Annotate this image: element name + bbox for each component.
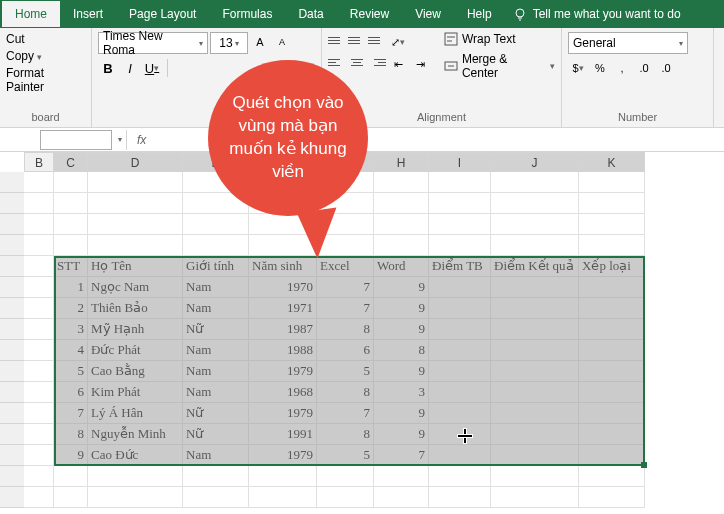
tab-formulas[interactable]: Formulas <box>209 1 285 27</box>
cell[interactable] <box>54 193 88 214</box>
cell[interactable] <box>24 445 54 466</box>
wrap-text-button[interactable]: Wrap Text <box>444 32 555 46</box>
decrease-indent-icon[interactable]: ⇤ <box>388 54 408 74</box>
cell[interactable] <box>54 172 88 193</box>
row-header[interactable] <box>0 340 24 361</box>
align-top-icon[interactable] <box>328 32 346 48</box>
row-header[interactable] <box>0 277 24 298</box>
cell[interactable] <box>491 487 579 508</box>
tell-me-search[interactable]: Tell me what you want to do <box>513 7 681 21</box>
cell[interactable] <box>429 466 491 487</box>
cell[interactable] <box>88 487 183 508</box>
col-header-H[interactable]: H <box>374 152 429 172</box>
name-box[interactable] <box>40 130 112 150</box>
percent-icon[interactable]: % <box>590 58 610 78</box>
cell[interactable] <box>88 172 183 193</box>
cell[interactable] <box>579 487 645 508</box>
row-header[interactable] <box>0 256 24 277</box>
tab-data[interactable]: Data <box>285 1 336 27</box>
cell[interactable] <box>54 235 88 256</box>
cell[interactable] <box>374 466 429 487</box>
cell[interactable] <box>491 235 579 256</box>
row-header[interactable] <box>0 298 24 319</box>
cell[interactable] <box>317 466 374 487</box>
row-header[interactable] <box>0 319 24 340</box>
tab-help[interactable]: Help <box>454 1 505 27</box>
cell[interactable] <box>24 382 54 403</box>
row-header[interactable] <box>0 403 24 424</box>
decrease-font-icon[interactable]: A <box>272 32 292 52</box>
format-painter-button[interactable]: Format Painter <box>6 66 85 94</box>
cut-button[interactable]: Cut <box>6 32 85 46</box>
cell[interactable] <box>54 214 88 235</box>
cell[interactable] <box>579 193 645 214</box>
row-header[interactable] <box>0 487 24 508</box>
cell[interactable] <box>491 466 579 487</box>
row-header[interactable] <box>0 172 24 193</box>
number-format-select[interactable]: General▾ <box>568 32 688 54</box>
row-header[interactable] <box>0 235 24 256</box>
align-middle-icon[interactable] <box>348 32 366 48</box>
row-header[interactable] <box>0 361 24 382</box>
cell[interactable] <box>429 487 491 508</box>
underline-button[interactable]: U <box>142 58 162 78</box>
cell[interactable] <box>24 193 54 214</box>
increase-font-icon[interactable]: A <box>250 32 270 52</box>
cell[interactable] <box>88 193 183 214</box>
cell[interactable] <box>579 466 645 487</box>
tab-insert[interactable]: Insert <box>60 1 116 27</box>
cell[interactable] <box>88 214 183 235</box>
cell[interactable] <box>317 487 374 508</box>
cell[interactable] <box>374 193 429 214</box>
tab-page-layout[interactable]: Page Layout <box>116 1 209 27</box>
cell[interactable] <box>491 214 579 235</box>
cell[interactable] <box>374 235 429 256</box>
tab-home[interactable]: Home <box>2 1 60 27</box>
row-header[interactable] <box>0 193 24 214</box>
col-header-J[interactable]: J <box>491 152 579 172</box>
row-header[interactable] <box>0 382 24 403</box>
cell[interactable] <box>579 214 645 235</box>
row-header[interactable] <box>0 445 24 466</box>
merge-center-button[interactable]: Merge & Center <box>444 52 555 80</box>
cell[interactable] <box>429 193 491 214</box>
fx-icon[interactable]: fx <box>137 133 146 147</box>
cell[interactable] <box>24 277 54 298</box>
cell[interactable] <box>24 172 54 193</box>
cell[interactable] <box>374 172 429 193</box>
tab-review[interactable]: Review <box>337 1 402 27</box>
tab-view[interactable]: View <box>402 1 454 27</box>
row-header[interactable] <box>0 214 24 235</box>
fill-handle[interactable] <box>641 462 647 468</box>
cell[interactable] <box>429 235 491 256</box>
cell[interactable] <box>24 298 54 319</box>
cell[interactable] <box>579 172 645 193</box>
cell[interactable] <box>24 256 54 277</box>
cell[interactable] <box>24 319 54 340</box>
col-header-B[interactable]: B <box>24 152 54 172</box>
orientation-icon[interactable]: ⤢ <box>388 32 408 52</box>
comma-icon[interactable]: , <box>612 58 632 78</box>
cell[interactable] <box>24 424 54 445</box>
cell[interactable] <box>374 487 429 508</box>
cell[interactable] <box>491 193 579 214</box>
cell[interactable] <box>579 235 645 256</box>
col-header-C[interactable]: C <box>54 152 88 172</box>
cell[interactable] <box>54 466 88 487</box>
col-header-K[interactable]: K <box>579 152 645 172</box>
increase-decimal-icon[interactable]: .0 <box>634 58 654 78</box>
cell[interactable] <box>24 214 54 235</box>
cell[interactable] <box>374 214 429 235</box>
cell[interactable] <box>24 403 54 424</box>
cell[interactable] <box>88 466 183 487</box>
cell[interactable] <box>249 487 317 508</box>
bold-button[interactable]: B <box>98 58 118 78</box>
currency-icon[interactable]: $ <box>568 58 588 78</box>
increase-indent-icon[interactable]: ⇥ <box>410 54 430 74</box>
cell[interactable] <box>183 466 249 487</box>
cell[interactable] <box>429 214 491 235</box>
cell[interactable] <box>183 487 249 508</box>
decrease-decimal-icon[interactable]: .0 <box>656 58 676 78</box>
italic-button[interactable]: I <box>120 58 140 78</box>
cell[interactable] <box>24 235 54 256</box>
